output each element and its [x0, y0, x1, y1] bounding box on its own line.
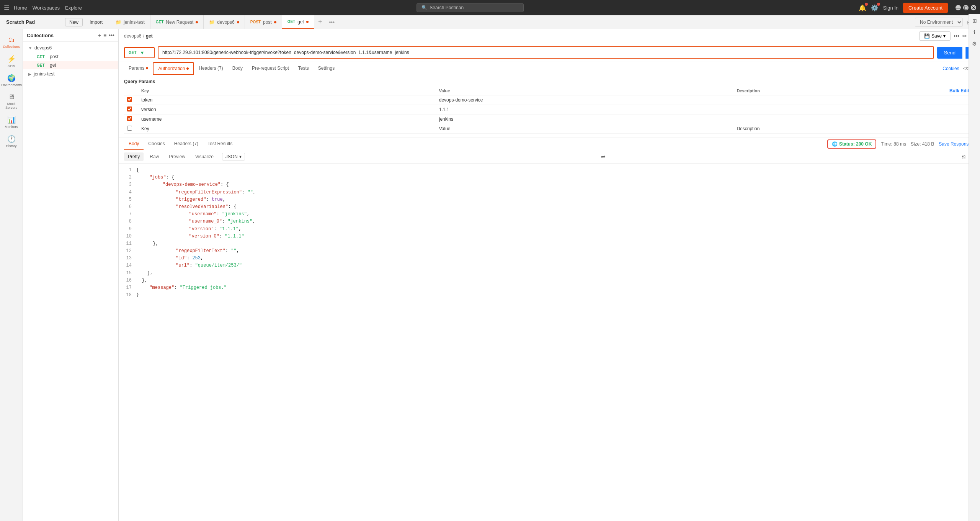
tab-get[interactable]: GET get [282, 15, 314, 29]
sidebar-label-mock-servers: Mock Servers [2, 102, 21, 110]
sidebar-item-environments[interactable]: 🌍 Environments [0, 71, 23, 90]
more-options-button[interactable]: ••• [109, 32, 114, 38]
body-tab-preview[interactable]: Preview [165, 152, 189, 161]
home-nav[interactable]: Home [14, 5, 27, 11]
settings-icon[interactable]: ⚙️ [871, 4, 879, 11]
sidebar-item-mock-servers[interactable]: 🖥 Mock Servers [0, 90, 23, 113]
param-check-version[interactable] [127, 106, 132, 111]
param-key-empty[interactable]: Key [138, 124, 436, 134]
tab-devops6[interactable]: 📁 devops6 [204, 15, 245, 29]
query-params-label: Query Params [124, 79, 975, 84]
param-value-username[interactable]: jenkins [436, 115, 734, 124]
param-desc-empty[interactable]: Description [733, 124, 946, 134]
more-actions-button[interactable]: ••• [954, 33, 959, 39]
workspaces-nav[interactable]: Workspaces [33, 5, 60, 11]
minimize-button[interactable]: — [956, 5, 961, 10]
save-button[interactable]: 💾 Save ▾ [919, 31, 951, 41]
code-area: 1 { 2 "jobs": { 3 "devops-demo-service":… [119, 164, 980, 521]
param-desc-version[interactable] [733, 105, 946, 115]
collection-jenins-test[interactable]: ▶ jenins-test [23, 69, 118, 79]
line-content: "jobs": { [136, 174, 975, 181]
tab-new-request[interactable]: GET New Request [150, 15, 204, 29]
param-desc-username[interactable] [733, 115, 946, 124]
right-panel-icon-2[interactable]: ℹ [973, 29, 975, 35]
param-check-username[interactable] [127, 116, 132, 121]
bulk-edit-button[interactable]: Bulk Edit [949, 88, 969, 93]
close-button[interactable]: ✕ [971, 5, 976, 10]
body-tab-visualize[interactable]: Visualize [191, 152, 217, 161]
sidebar-item-collections[interactable]: 🗂 Collections [0, 33, 23, 52]
import-button[interactable]: Import [86, 18, 106, 26]
add-collection-button[interactable]: + [98, 32, 101, 38]
sidebar-item-monitors[interactable]: 📊 Monitors [0, 113, 23, 132]
tab-post[interactable]: POST post [245, 15, 282, 29]
explore-nav[interactable]: Explore [65, 5, 82, 11]
save-icon: 💾 [924, 33, 930, 39]
word-wrap-icon[interactable]: ⇌ [601, 154, 606, 160]
tab-name: post [263, 20, 272, 25]
right-panel-icon-3[interactable]: ⚙ [972, 41, 977, 47]
topbar: ☰ Home Workspaces Explore 🔍 Search Postm… [0, 0, 980, 15]
tab-pre-request-script[interactable]: Pre-request Script [247, 62, 294, 75]
unsaved-indicator [237, 21, 239, 23]
request-get[interactable]: GET get [23, 61, 118, 69]
resp-tab-cookies[interactable]: Cookies [144, 138, 169, 150]
create-account-button[interactable]: Create Account [903, 3, 948, 13]
tab-authorization[interactable]: Authorization [153, 62, 194, 75]
sidebar-item-apis[interactable]: ⚡ APIs [0, 52, 23, 71]
method-selector[interactable]: GET ▾ [124, 47, 155, 58]
search-bar[interactable]: 🔍 Search Postman [416, 3, 524, 12]
tab-settings[interactable]: Settings [314, 62, 339, 75]
resp-tab-headers[interactable]: Headers (7) [170, 138, 203, 150]
tab-params[interactable]: Params [124, 62, 153, 75]
line-content: "triggered": true, [136, 196, 975, 203]
code-line-5: 5 "triggered": true, [124, 196, 975, 203]
param-key-version[interactable]: version [138, 105, 436, 115]
send-button[interactable]: Send [937, 47, 962, 59]
edit-button[interactable]: ✏ [962, 33, 967, 39]
line-num: 16 [124, 277, 132, 284]
resp-tab-body[interactable]: Body [124, 138, 144, 150]
resp-tab-test-results[interactable]: Test Results [203, 138, 237, 150]
environment-dropdown[interactable]: No Environment [915, 18, 963, 27]
save-dropdown-arrow[interactable]: ▾ [943, 33, 946, 39]
param-value-version[interactable]: 1.1.1 [436, 105, 734, 115]
param-value-empty[interactable]: Value [436, 124, 734, 134]
maximize-button[interactable]: □ [963, 5, 969, 10]
tab-body[interactable]: Body [228, 62, 247, 75]
line-content: { [136, 167, 975, 174]
param-value-token[interactable]: devops-demo-service [436, 95, 734, 105]
url-input[interactable] [158, 46, 934, 59]
sidebar-item-history[interactable]: 🕐 History [0, 132, 23, 151]
more-tabs-button[interactable]: ••• [326, 19, 338, 25]
method-text: GET [129, 51, 139, 55]
response-meta: 🌐 Status: 200 OK Time: 88 ms Size: 418 B… [827, 139, 975, 149]
format-selector[interactable]: JSON ▾ [222, 153, 245, 161]
sidebar: 🗂 Collections ⚡ APIs 🌍 Environments 🖥 Mo… [0, 29, 23, 521]
body-tab-raw[interactable]: Raw [146, 152, 163, 161]
param-key-username[interactable]: username [138, 115, 436, 124]
body-tab-pretty[interactable]: Pretty [124, 152, 144, 161]
new-button[interactable]: New [65, 18, 83, 26]
menu-icon[interactable]: ☰ [4, 4, 9, 11]
param-check-empty[interactable] [127, 126, 132, 131]
tab-tests[interactable]: Tests [294, 62, 314, 75]
breadcrumb-collection: devops6 [124, 33, 141, 39]
cookies-link[interactable]: Cookies [942, 66, 959, 71]
param-check-token[interactable] [127, 97, 132, 102]
add-tab-button[interactable]: + [314, 18, 326, 26]
tab-headers[interactable]: Headers (7) [194, 62, 227, 75]
collection-devops6[interactable]: ▼ devops6 [23, 43, 118, 52]
code-line-11: 11 }, [124, 240, 975, 247]
param-key-token[interactable]: token [138, 95, 436, 105]
filter-button[interactable]: ≡ [103, 32, 106, 38]
notifications-icon[interactable]: 🔔 [859, 4, 866, 11]
param-desc-token[interactable] [733, 95, 946, 105]
status-text: Status: 200 OK [839, 141, 872, 147]
tab-jenins-test[interactable]: 📁 jenins-test [110, 15, 150, 29]
request-post[interactable]: GET post [23, 52, 118, 61]
line-content: "username_0": "jenkins", [136, 218, 975, 225]
line-content: "regexpFilterText": "", [136, 247, 975, 255]
copy-icon[interactable]: ⎘ [962, 154, 965, 160]
signin-button[interactable]: Sign In [883, 5, 898, 11]
